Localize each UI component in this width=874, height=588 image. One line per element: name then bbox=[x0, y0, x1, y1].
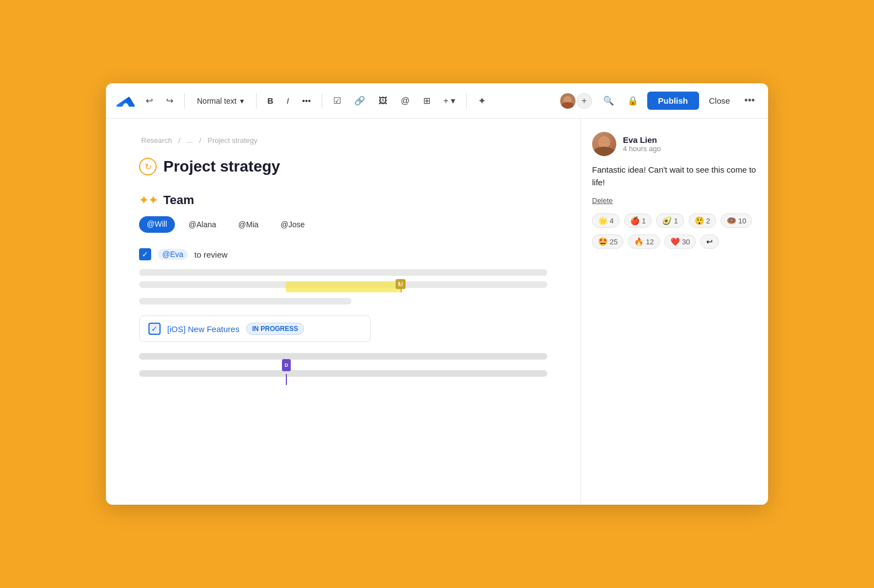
italic-button[interactable]: I bbox=[282, 93, 293, 109]
apple-emoji: 🍎 bbox=[630, 216, 639, 225]
fire-emoji: 🔥 bbox=[634, 237, 643, 246]
content-lines-1: M bbox=[139, 269, 547, 304]
star-emoji: 🌟 bbox=[598, 216, 607, 225]
insert-plus-button[interactable]: + ▾ bbox=[439, 92, 460, 109]
reaction-fire-count: 12 bbox=[646, 238, 653, 246]
avatar-group: + bbox=[559, 92, 592, 110]
reaction-star[interactable]: 🌟 4 bbox=[592, 213, 620, 228]
reaction-heart-count: 30 bbox=[682, 238, 690, 246]
heart-emoji: ❤️ bbox=[670, 237, 680, 246]
progress-section: D bbox=[139, 353, 547, 382]
redo-button[interactable]: ↪ bbox=[162, 92, 178, 109]
text-style-label: Normal text bbox=[197, 97, 237, 105]
text-style-dropdown[interactable]: Normal text ▾ bbox=[191, 93, 249, 109]
task-checkbox[interactable]: ✓ bbox=[139, 248, 151, 260]
reaction-donut[interactable]: 🍩 10 bbox=[721, 213, 752, 228]
reaction-reply[interactable]: ↩ bbox=[700, 234, 719, 249]
image-button[interactable]: 🖼 bbox=[374, 93, 392, 109]
reaction-donut-count: 10 bbox=[738, 217, 746, 225]
comment-body: Fantastic idea! Can't wait to see this c… bbox=[592, 164, 757, 189]
link-button[interactable]: 🔗 bbox=[350, 92, 370, 109]
checkbox-icon: ☑ bbox=[333, 95, 341, 106]
team-mentions: @Will @Alana @Mia @Jose bbox=[139, 216, 547, 233]
more-format-button[interactable]: ••• bbox=[298, 93, 316, 109]
add-collaborator-button[interactable]: + bbox=[577, 93, 592, 109]
mention-jose[interactable]: @Jose bbox=[273, 216, 313, 233]
reaction-avocado[interactable]: 🥑 1 bbox=[656, 213, 684, 228]
comment-author: Eva Lien 4 hours ago bbox=[592, 132, 757, 156]
ios-task-container: ✓ [iOS] New Features IN PROGRESS bbox=[139, 316, 371, 342]
page-title[interactable]: Project strategy bbox=[163, 158, 280, 175]
ai-button[interactable]: ✦ bbox=[473, 92, 491, 110]
mention-button[interactable]: @ bbox=[396, 93, 414, 109]
main-content: Research / ... / Project strategy ↻ Proj… bbox=[106, 119, 768, 505]
overflow-menu-button[interactable]: ••• bbox=[740, 93, 759, 109]
search-button[interactable]: 🔍 bbox=[599, 92, 619, 109]
starstruck-emoji: 🤩 bbox=[598, 237, 607, 246]
comment-panel: Eva Lien 4 hours ago Fantastic idea! Can… bbox=[580, 119, 768, 505]
text-line-1 bbox=[139, 269, 547, 276]
reaction-starstruck-count: 25 bbox=[610, 238, 617, 246]
chevron-down-icon: ▾ bbox=[240, 97, 244, 105]
delete-comment-button[interactable]: Delete bbox=[592, 196, 757, 205]
reaction-avocado-count: 1 bbox=[674, 217, 678, 225]
toolbar-divider-4 bbox=[466, 93, 467, 109]
reaction-heart[interactable]: ❤️ 30 bbox=[664, 234, 696, 249]
reaction-fire[interactable]: 🔥 12 bbox=[628, 234, 659, 249]
content-line-selected: M bbox=[139, 281, 547, 292]
mention-will[interactable]: @Will bbox=[139, 216, 175, 233]
surprised-emoji: 😲 bbox=[695, 216, 704, 225]
table-button[interactable]: ⊞ bbox=[419, 92, 435, 109]
reactions-row-2: 🤩 25 🔥 12 ❤️ 30 ↩ bbox=[592, 234, 757, 249]
breadcrumb-research[interactable]: Research bbox=[141, 136, 172, 145]
lock-icon: 🔒 bbox=[627, 95, 638, 106]
page-title-area: ↻ Project strategy bbox=[139, 158, 547, 175]
avatar bbox=[559, 92, 577, 110]
reaction-surprised[interactable]: 😲 2 bbox=[689, 213, 716, 228]
breadcrumb-current: Project strategy bbox=[207, 136, 257, 145]
ios-task-label[interactable]: [iOS] New Features bbox=[167, 324, 239, 334]
section-heading-team: ✦✦ Team bbox=[139, 193, 547, 207]
comment-author-info: Eva Lien 4 hours ago bbox=[623, 135, 661, 153]
progress-bar-2 bbox=[139, 370, 547, 377]
publish-button[interactable]: Publish bbox=[647, 92, 699, 110]
confluence-logo-icon[interactable] bbox=[115, 91, 135, 111]
comment-avatar bbox=[592, 132, 616, 156]
progress-bar-2-container: D bbox=[139, 365, 547, 382]
app-window: ↩ ↪ Normal text ▾ B I ••• ☑ 🔗 🖼 bbox=[106, 83, 768, 505]
reaction-surprised-count: 2 bbox=[706, 217, 710, 225]
toolbar-right: + 🔍 🔒 Publish Close ••• bbox=[559, 92, 759, 110]
reaction-apple-count: 1 bbox=[642, 217, 646, 225]
mention-mia[interactable]: @Mia bbox=[230, 216, 267, 233]
close-button[interactable]: Close bbox=[704, 93, 736, 109]
undo-button[interactable]: ↩ bbox=[141, 92, 157, 109]
content-line-full bbox=[139, 269, 547, 276]
lock-button[interactable]: 🔒 bbox=[623, 92, 643, 109]
mention-alana[interactable]: @Alana bbox=[180, 216, 225, 233]
link-icon: 🔗 bbox=[354, 95, 365, 106]
at-icon: @ bbox=[401, 96, 409, 106]
sparkle-icon: ✦✦ bbox=[139, 194, 158, 207]
page-title-icon: ↻ bbox=[139, 158, 157, 175]
table-icon: ⊞ bbox=[423, 95, 430, 106]
content-line-short bbox=[139, 298, 547, 304]
breadcrumb: Research / ... / Project strategy bbox=[139, 136, 547, 145]
checkbox-insert-button[interactable]: ☑ bbox=[329, 92, 345, 109]
ai-star-icon: ✦ bbox=[478, 95, 486, 107]
search-icon: 🔍 bbox=[603, 95, 614, 106]
breadcrumb-ellipsis[interactable]: ... bbox=[187, 136, 193, 145]
reaction-apple[interactable]: 🍎 1 bbox=[624, 213, 652, 228]
text-selection bbox=[286, 281, 400, 292]
cursor-line bbox=[401, 281, 402, 292]
editor-area[interactable]: Research / ... / Project strategy ↻ Proj… bbox=[106, 119, 580, 505]
text-line-3 bbox=[139, 298, 351, 304]
comment-timestamp: 4 hours ago bbox=[623, 145, 661, 153]
toolbar-divider-1 bbox=[184, 93, 185, 109]
task-mention-eva[interactable]: @Eva bbox=[158, 249, 188, 260]
ios-task-checkbox[interactable]: ✓ bbox=[148, 323, 161, 335]
bold-button[interactable]: B bbox=[263, 93, 278, 109]
progress-bar-1 bbox=[139, 353, 547, 360]
reaction-starstruck[interactable]: 🤩 25 bbox=[592, 234, 623, 249]
reaction-star-count: 4 bbox=[610, 217, 614, 225]
task-description: to review bbox=[194, 250, 227, 259]
